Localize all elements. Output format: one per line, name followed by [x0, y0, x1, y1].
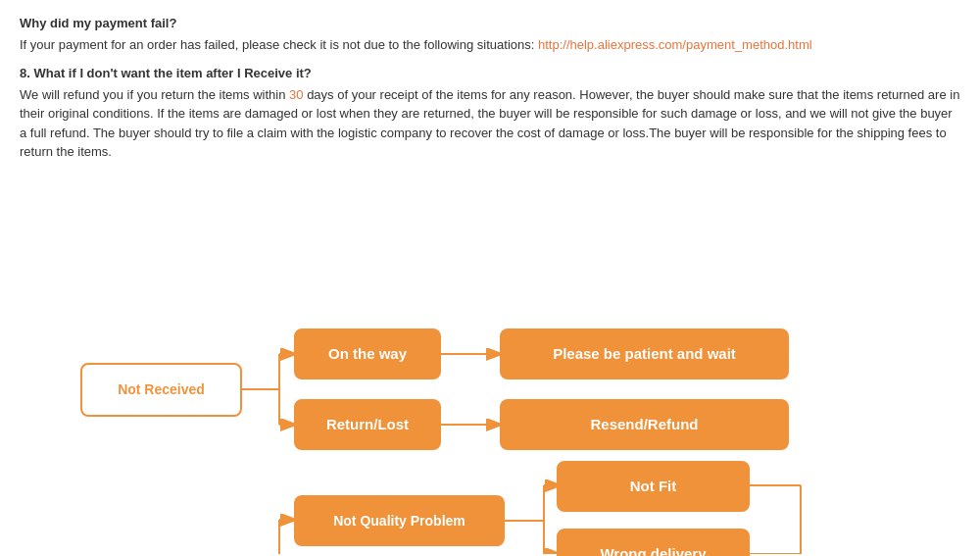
return-lost-label: Return/Lost: [326, 416, 409, 432]
section-7-heading: Why did my payment fail?: [20, 14, 960, 33]
not-fit-label: Not Fit: [630, 478, 676, 494]
section-7: Why did my payment fail? If your payment…: [20, 14, 960, 54]
not-fit-box: Not Fit: [557, 461, 750, 512]
section-8-heading: 8. What if I don't want the item after I…: [20, 64, 960, 83]
wrong-delivery-box: Wrong delivery: [557, 529, 750, 557]
section-7-link[interactable]: http://help.aliexpress.com/payment_metho…: [538, 37, 812, 52]
return-lost-box: Return/Lost: [294, 399, 441, 450]
resend-refund-top-box: Resend/Refund: [500, 399, 789, 450]
wrong-delivery-label: Wrong delivery: [600, 545, 706, 556]
diagram: Not Received On the way Return/Lost Plea…: [20, 172, 960, 554]
section-7-body: If your payment for an order has failed,…: [20, 37, 538, 52]
resend-refund-top-label: Resend/Refund: [590, 416, 698, 432]
section-8: 8. What if I don't want the item after I…: [20, 64, 960, 162]
section-8-body: We will refund you if you return the ite…: [20, 87, 959, 160]
not-received-box: Not Received: [80, 363, 242, 417]
on-the-way-box: On the way: [294, 329, 441, 379]
not-quality-problem-label: Not Quality Problem: [333, 513, 466, 529]
on-the-way-label: On the way: [328, 345, 407, 362]
highlight-30: 30: [289, 87, 303, 102]
not-quality-problem-box: Not Quality Problem: [294, 495, 505, 546]
not-received-label: Not Received: [118, 381, 205, 397]
page: Why did my payment fail? If your payment…: [0, 0, 980, 556]
please-wait-box: Please be patient and wait: [500, 329, 789, 379]
please-wait-label: Please be patient and wait: [553, 345, 736, 362]
